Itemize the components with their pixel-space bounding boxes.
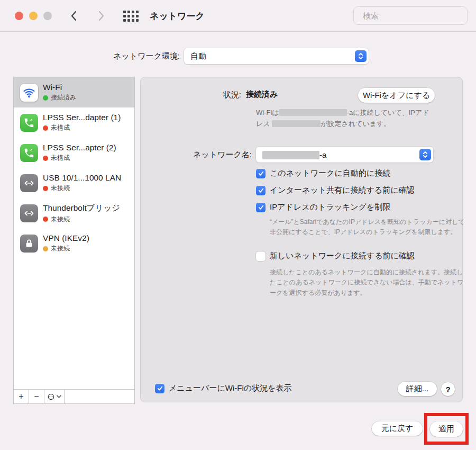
redacted-ip-address xyxy=(272,120,321,127)
checkbox-checked-icon xyxy=(256,203,266,212)
checkbox-ask-internet-sharing[interactable]: インターネット共有に接続する前に確認 xyxy=(256,185,415,195)
status-description-text: レス xyxy=(256,120,270,128)
interface-name: Wi-Fi xyxy=(43,83,76,92)
sidebar-item-usb-lan[interactable]: USB 10/1...1000 LAN 未接続 xyxy=(14,168,134,198)
network-name-select[interactable]: -a xyxy=(256,147,433,163)
redacted-ssid xyxy=(279,109,347,116)
status-description-text: -aに接続していて、IPアド xyxy=(347,109,429,116)
remove-interface-button[interactable]: − xyxy=(29,390,44,403)
ethernet-icon xyxy=(20,204,38,222)
ip-tracking-note: “メール”とSafariであなたのIPアドレスを既知のトラッカーに対して非公開に… xyxy=(270,217,465,238)
interface-status: 未接続 xyxy=(43,244,89,253)
window-title: ネットワーク xyxy=(150,10,205,22)
interface-list: Wi-Fi 接続済み LPSS Ser...dapter (1) xyxy=(13,77,135,404)
circle-ellipsis-icon xyxy=(47,393,55,401)
revert-button[interactable]: 元に戻す xyxy=(372,421,423,436)
status-dot-red xyxy=(43,217,48,222)
checkbox-auto-join[interactable]: このネットワークに自動的に接続 xyxy=(256,168,390,178)
stepper-arrows-icon xyxy=(355,50,367,62)
status-text: 未接続 xyxy=(51,244,70,253)
close-window-button[interactable] xyxy=(15,12,23,20)
sidebar-item-wifi[interactable]: Wi-Fi 接続済み xyxy=(14,77,134,107)
stepper-arrows-icon xyxy=(419,149,431,160)
status-text: 未接続 xyxy=(51,215,70,224)
sidebar-item-lpss-adapter-2[interactable]: LPSS Ser...apter (2) 未構成 xyxy=(14,138,134,168)
forward-button[interactable] xyxy=(96,9,107,23)
search-field[interactable] xyxy=(353,6,468,25)
status-description: Wi-Fiは-aに接続していて、IPアド レス が設定されています。 xyxy=(256,107,457,130)
back-button[interactable] xyxy=(68,9,79,23)
interface-status: 接続済み xyxy=(43,93,76,102)
interface-status: 未構成 xyxy=(43,154,116,163)
checkbox-label: IPアドレスのトラッキングを制限 xyxy=(270,202,390,212)
network-name-suffix: -a xyxy=(319,150,326,159)
chevron-right-icon xyxy=(98,10,105,22)
network-location-select[interactable]: 自動 xyxy=(184,48,369,64)
sidebar-item-lpss-adapter-1[interactable]: LPSS Ser...dapter (1) 未構成 xyxy=(14,107,134,138)
search-input[interactable] xyxy=(363,11,468,20)
checkbox-label: 新しいネットワークに接続する前に確認 xyxy=(270,251,415,261)
network-location-label: ネットワーク環境: xyxy=(63,48,180,64)
network-location-value: 自動 xyxy=(190,51,355,61)
status-dot-green xyxy=(43,95,48,101)
interface-name: USB 10/1...1000 LAN xyxy=(43,173,121,183)
status-description-text: が設定されています。 xyxy=(321,120,390,128)
interface-list-toolbar: + − xyxy=(14,389,134,403)
titlebar: ネットワーク xyxy=(0,0,476,32)
interface-status: 未接続 xyxy=(43,184,121,193)
minimize-window-button[interactable] xyxy=(29,12,38,20)
checkbox-ask-before-new-network[interactable]: 新しいネットワークに接続する前に確認 xyxy=(256,251,415,261)
checkbox-label: インターネット共有に接続する前に確認 xyxy=(270,185,415,195)
chevron-left-icon xyxy=(70,10,77,22)
advanced-button[interactable]: 詳細... xyxy=(398,382,437,396)
status-description-text: Wi-Fiは xyxy=(256,109,279,116)
checkbox-checked-icon xyxy=(256,169,266,178)
interface-status: 未構成 xyxy=(43,123,121,132)
interface-list-items: Wi-Fi 接続済み LPSS Ser...dapter (1) xyxy=(14,77,134,389)
status-value: 接続済み xyxy=(246,89,278,100)
phone-icon xyxy=(20,114,38,132)
status-label: 状況: xyxy=(141,90,241,100)
wifi-settings-panel: 状況: 接続済み Wi-Fiをオフにする Wi-Fiは-aに接続していて、IPア… xyxy=(140,77,463,402)
wifi-icon xyxy=(20,84,38,102)
interface-name: Thunderboltブリッジ xyxy=(43,203,120,214)
add-interface-button[interactable]: + xyxy=(14,390,29,403)
show-all-preferences-button[interactable] xyxy=(122,10,139,23)
turn-wifi-off-button[interactable]: Wi-Fiをオフにする xyxy=(358,88,435,103)
network-name-value: -a xyxy=(262,150,419,159)
interface-name: LPSS Ser...apter (2) xyxy=(43,143,116,152)
status-text: 接続済み xyxy=(51,93,76,102)
phone-icon xyxy=(20,144,38,162)
status-dot-red xyxy=(43,156,48,161)
checkbox-show-wifi-in-menubar[interactable]: メニューバーにWi-Fiの状況を表示 xyxy=(155,383,291,393)
interface-name: VPN (IKEv2) xyxy=(43,233,89,243)
sidebar-item-vpn[interactable]: VPN (IKEv2) 未接続 xyxy=(14,228,134,258)
toolbar-spacer xyxy=(65,390,134,403)
interface-name: LPSS Ser...dapter (1) xyxy=(43,113,121,122)
status-text: 未接続 xyxy=(51,184,70,193)
checkbox-unchecked-icon xyxy=(256,251,266,261)
network-preferences-window: ネットワーク ネットワーク環境: 自動 xyxy=(0,0,476,450)
checkbox-checked-icon xyxy=(256,186,266,195)
ethernet-icon xyxy=(20,174,38,192)
apply-button[interactable]: 適用 xyxy=(430,421,463,437)
zoom-window-button[interactable] xyxy=(43,12,52,20)
status-dot-red xyxy=(43,186,48,191)
status-dot-red xyxy=(43,125,48,131)
chevron-down-icon xyxy=(57,395,61,398)
interface-status: 未接続 xyxy=(43,215,120,224)
status-text: 未構成 xyxy=(51,123,70,132)
checkbox-label: このネットワークに自動的に接続 xyxy=(270,168,390,178)
checkbox-label: メニューバーにWi-Fiの状況を表示 xyxy=(169,383,291,393)
sidebar-item-thunderbolt-bridge[interactable]: Thunderboltブリッジ 未接続 xyxy=(14,198,134,228)
lock-icon xyxy=(20,235,38,253)
new-network-note: 接続したことのあるネットワークに自動的に接続されます。接続したことのあるネットワ… xyxy=(270,267,469,298)
checkbox-limit-ip-tracking[interactable]: IPアドレスのトラッキングを制限 xyxy=(256,202,390,212)
status-dot-yellow xyxy=(43,246,48,251)
redacted-network-name xyxy=(262,151,319,159)
checkbox-checked-icon xyxy=(155,384,164,393)
help-button[interactable]: ? xyxy=(441,382,455,396)
status-text: 未構成 xyxy=(51,154,70,163)
more-actions-button[interactable] xyxy=(44,390,65,403)
red-highlight-annotation: 適用 xyxy=(424,413,469,445)
